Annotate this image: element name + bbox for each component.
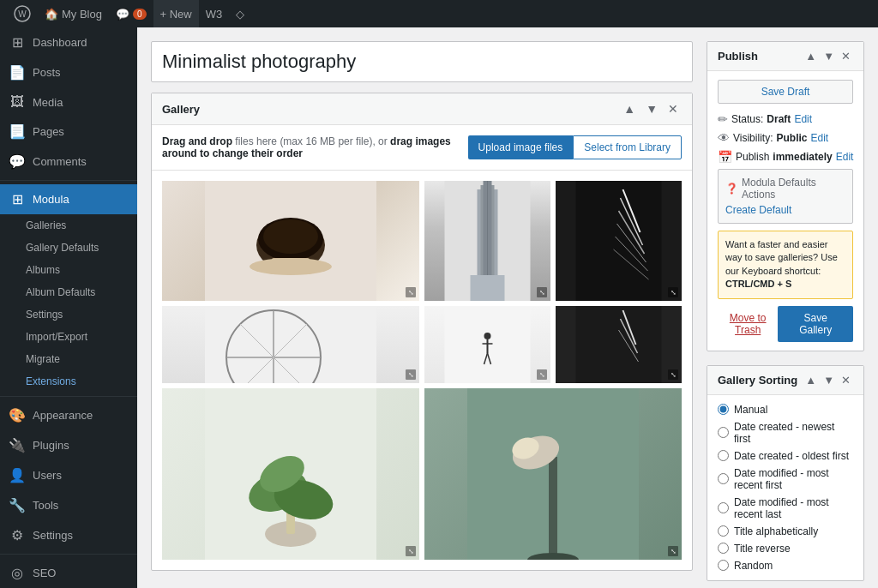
publish-collapse-down-btn[interactable]: ▼	[821, 49, 837, 63]
main-content: Gallery ▲ ▼ ✕ Drag and drop files here (…	[137, 27, 707, 588]
new-item[interactable]: + New	[153, 0, 199, 27]
gallery-thumb-1[interactable]	[162, 181, 419, 301]
resize-handle-5[interactable]	[537, 369, 547, 380]
svg-rect-21	[205, 306, 376, 383]
sort-date-newest[interactable]: Date created - newest first	[718, 421, 853, 445]
resize-handle-3[interactable]	[668, 287, 678, 297]
sort-alpha-reverse[interactable]: Title reverse	[718, 543, 853, 555]
gallery-thumb-2[interactable]	[424, 181, 550, 301]
site-icon: 🏠	[45, 8, 58, 21]
sidebar-item-comments[interactable]: 💬 Comments	[0, 147, 137, 177]
create-default-link[interactable]: Create Default	[725, 204, 845, 216]
gallery-thumb-7[interactable]	[162, 388, 419, 560]
resize-handle-4[interactable]	[406, 369, 416, 380]
sidebar-item-users[interactable]: 👤 Users	[0, 460, 137, 490]
sidebar-subitem-import-export[interactable]: Import/Export	[0, 326, 137, 348]
gallery-collapse-up-btn[interactable]: ▲	[620, 100, 639, 117]
sidebar-subitem-gallery-defaults[interactable]: Gallery Defaults	[0, 237, 137, 259]
sort-random-radio[interactable]	[718, 560, 729, 571]
gallery-collapse-down-btn[interactable]: ▼	[642, 100, 661, 117]
sort-alpha-radio[interactable]	[718, 525, 729, 537]
sort-manual-radio[interactable]	[718, 404, 729, 415]
select-library-btn[interactable]: Select from Library	[573, 135, 682, 159]
sidebar-item-settings[interactable]: ⚙ Settings	[0, 520, 137, 550]
right-sidebar: Publish ▲ ▼ ✕ Save Draft ✏ Status: Draft…	[707, 27, 878, 588]
tools-icon: 🔧	[9, 497, 26, 513]
gallery-close-btn[interactable]: ✕	[665, 100, 682, 117]
upload-image-btn[interactable]: Upload image files	[468, 135, 574, 159]
publish-collapse-up-btn[interactable]: ▲	[803, 49, 819, 63]
sorting-radio-group: Manual Date created - newest first Date …	[718, 404, 853, 572]
modula-defaults-icon: ❓	[725, 183, 738, 195]
sidebar-item-tools[interactable]: 🔧 Tools	[0, 490, 137, 520]
gallery-thumb-4[interactable]	[162, 306, 419, 383]
sidebar-label-users: Users	[33, 469, 62, 482]
publish-edit-link[interactable]: Edit	[836, 151, 854, 163]
status-edit-link[interactable]: Edit	[794, 113, 812, 125]
sidebar-divider-2	[0, 396, 137, 397]
sidebar-subitem-settings[interactable]: Settings	[0, 303, 137, 326]
comments-item[interactable]: 💬 0	[109, 0, 153, 27]
sidebar-subitem-migrate[interactable]: Migrate	[0, 348, 137, 370]
settings-icon: ⚙	[9, 527, 26, 543]
gallery-header: Gallery ▲ ▼ ✕	[152, 93, 692, 125]
sidebar-item-media[interactable]: 🖼 Media	[0, 87, 137, 117]
thumb-8-overlay	[668, 546, 678, 556]
save-gallery-btn[interactable]: Save Gallery	[778, 306, 853, 342]
sorting-collapse-down-btn[interactable]: ▼	[821, 373, 837, 387]
site-name-item[interactable]: 🏠 My Blog	[38, 0, 109, 27]
save-draft-btn[interactable]: Save Draft	[718, 80, 853, 104]
sorting-close-btn[interactable]: ✕	[839, 373, 853, 387]
users-icon: 👤	[9, 467, 26, 483]
wp-logo-item[interactable]: W	[7, 0, 38, 27]
pages-icon: 📃	[9, 123, 26, 140]
posts-icon: 📄	[9, 64, 26, 81]
resize-handle-8[interactable]	[668, 546, 678, 556]
sidebar-label-media: Media	[33, 96, 63, 109]
sidebar-item-plugins[interactable]: 🔌 Plugins	[0, 430, 137, 460]
w3-item[interactable]: W3	[199, 0, 230, 27]
sidebar-item-appearance[interactable]: 🎨 Appearance	[0, 400, 137, 430]
sidebar-subitem-extensions[interactable]: Extensions	[0, 370, 137, 393]
sort-date-newest-radio[interactable]	[718, 427, 729, 438]
w3-label: W3	[206, 8, 223, 21]
sort-modified-recent[interactable]: Date modified - most recent first	[718, 467, 853, 491]
diamond-item[interactable]: ◇	[229, 0, 251, 27]
resize-handle-2[interactable]	[537, 287, 547, 297]
sidebar-item-dashboard[interactable]: ⊞ Dashboard	[0, 27, 137, 57]
sidebar-subitem-galleries[interactable]: Galleries	[0, 214, 137, 237]
gallery-thumb-3[interactable]	[556, 181, 682, 301]
sidebar-item-pages[interactable]: 📃 Pages	[0, 117, 137, 147]
svg-text:W: W	[18, 9, 27, 19]
gallery-thumb-5[interactable]	[424, 306, 550, 383]
sidebar-item-modula[interactable]: ⊞ Modula	[0, 184, 137, 214]
sidebar-subitem-albums[interactable]: Albums	[0, 259, 137, 281]
move-to-trash-btn[interactable]: Move to Trash	[718, 312, 778, 336]
sidebar-item-seo[interactable]: ◎ SEO	[0, 558, 137, 588]
sort-date-oldest[interactable]: Date created - oldest first	[718, 450, 853, 462]
sort-modified-recent-radio[interactable]	[718, 473, 729, 484]
sort-modified-last-radio[interactable]	[718, 502, 729, 513]
gallery-header-controls: ▲ ▼ ✕	[620, 100, 682, 117]
post-title-input[interactable]	[151, 41, 693, 82]
sort-alpha-reverse-radio[interactable]	[718, 543, 729, 554]
sort-random[interactable]: Random	[718, 560, 853, 572]
publish-box-header: Publish ▲ ▼ ✕	[707, 42, 863, 71]
sorting-collapse-up-btn[interactable]: ▲	[803, 373, 819, 387]
sort-manual[interactable]: Manual	[718, 404, 853, 416]
sort-alpha-reverse-label: Title reverse	[734, 543, 791, 555]
sidebar-label-modula: Modula	[33, 193, 69, 206]
sort-alpha[interactable]: Title alphabetically	[718, 525, 853, 537]
sort-date-oldest-radio[interactable]	[718, 450, 729, 461]
gallery-thumb-6[interactable]	[556, 306, 682, 383]
gallery-thumb-8[interactable]	[424, 388, 682, 560]
publish-close-btn[interactable]: ✕	[839, 49, 853, 63]
sort-modified-last[interactable]: Date modified - most recent last	[718, 496, 853, 520]
resize-handle-7[interactable]	[406, 546, 416, 556]
visibility-edit-link[interactable]: Edit	[810, 132, 828, 144]
sidebar-item-posts[interactable]: 📄 Posts	[0, 57, 137, 87]
resize-handle-6[interactable]	[668, 369, 678, 380]
sidebar-subitem-album-defaults[interactable]: Album Defaults	[0, 281, 137, 303]
sidebar-label-pages: Pages	[33, 125, 64, 138]
resize-handle-1[interactable]	[406, 287, 416, 297]
